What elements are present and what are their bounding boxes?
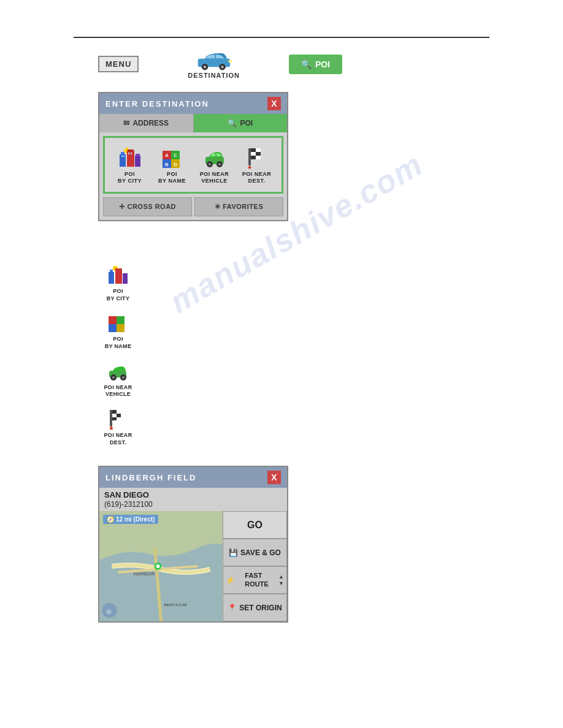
svg-point-68 (156, 564, 160, 568)
svg-rect-40 (256, 156, 261, 159)
lindbergh-field-panel: LINDBERGH FIELD X SAN DIEGO (619)-231210… (98, 466, 288, 623)
fast-route-arrows: ▲ ▼ (278, 574, 284, 586)
car-icon (196, 49, 232, 70)
svg-rect-62 (117, 417, 121, 420)
save-icon: 💾 (229, 548, 238, 557)
svg-point-33 (218, 163, 221, 165)
poi-list-by-name-icon (106, 311, 131, 335)
map-distance-badge: 🧭 12 mi (Direct) (103, 515, 158, 524)
svg-rect-39 (251, 156, 256, 159)
origin-icon: 📍 (228, 604, 237, 612)
svg-rect-43 (110, 270, 113, 272)
svg-rect-45 (115, 268, 122, 284)
svg-rect-35 (251, 148, 256, 152)
panel-bottom-buttons: ✛ CROSS ROAD ✳ FAVORITES (103, 197, 283, 216)
poi-list-near-vehicle-icon (106, 360, 131, 383)
poi-near-dest-item[interactable]: ★ POI NEARDEST. (237, 143, 277, 187)
search-icon-tab: 🔍 (228, 119, 237, 127)
poi-near-vehicle-icon (202, 145, 227, 170)
destination-label: DESTINATION (188, 72, 240, 79)
svg-rect-57 (112, 410, 117, 414)
svg-text:★: ★ (247, 164, 252, 169)
svg-point-55 (122, 376, 124, 379)
svg-rect-18 (123, 156, 124, 157)
poi-list-near-vehicle[interactable]: POI NEARVEHICLE (98, 360, 138, 398)
svg-rect-20 (131, 153, 132, 154)
enter-destination-panel: ENTER DESTINATION X ✉ ADDRESS 🔍 POI (98, 92, 288, 221)
poi-list-near-vehicle-label: POI NEARVEHICLE (104, 384, 132, 398)
svg-point-2 (203, 66, 206, 69)
compass-icon: 🧭 (107, 516, 114, 523)
tab-address[interactable]: ✉ ADDRESS (99, 114, 194, 132)
lindbergh-title-bar: LINDBERGH FIELD X (99, 467, 287, 488)
poi-list-by-city[interactable]: POIBY CITY (98, 264, 138, 302)
poi-by-name-item[interactable]: A B C D POIBY NAME (152, 143, 192, 187)
svg-rect-42 (109, 272, 114, 284)
svg-text:A: A (165, 153, 169, 158)
svg-rect-7 (121, 152, 124, 154)
svg-point-53 (112, 376, 115, 379)
star-icon: ✳ (215, 203, 221, 211)
poi-near-dest-label: POI NEARDEST. (242, 171, 272, 184)
envelope-icon: ✉ (123, 119, 129, 127)
svg-rect-48 (109, 324, 117, 332)
poi-list-by-name[interactable]: POIBY NAME (98, 311, 138, 350)
tab-poi[interactable]: 🔍 POI (194, 114, 288, 132)
svg-rect-47 (109, 316, 117, 324)
poi-list-section: POIBY CITY POIBY NAME POI NEARVEHI (98, 264, 138, 447)
svg-text:D: D (174, 162, 177, 167)
svg-text:C: C (174, 153, 177, 158)
top-nav: MENU DESTINATION 🔍 POI (98, 49, 342, 79)
go-button[interactable]: GO (223, 511, 287, 539)
poi-by-name-label: POIBY NAME (158, 171, 186, 184)
lindbergh-close-button[interactable]: X (267, 471, 281, 484)
poi-by-city-label: POIBY CITY (118, 171, 142, 184)
svg-rect-19 (128, 153, 129, 154)
svg-point-31 (209, 163, 211, 165)
poi-near-dest-icon: ★ (245, 145, 269, 170)
set-origin-button[interactable]: 📍 SET ORIGIN (223, 594, 287, 621)
menu-button[interactable]: MENU (98, 56, 139, 72)
svg-rect-15 (135, 156, 140, 167)
svg-rect-37 (251, 152, 256, 156)
svg-rect-34 (248, 148, 251, 165)
svg-rect-46 (123, 273, 128, 284)
fast-route-button[interactable]: ⚡ FASTROUTE ▲ ▼ (223, 566, 287, 594)
map-svg: HARBOR RENT-A-CAR ◎ (99, 511, 223, 621)
cross-road-button[interactable]: ✛ CROSS ROAD (103, 197, 192, 216)
poi-by-city-item[interactable]: POIBY CITY (110, 143, 150, 187)
poi-list-near-dest[interactable]: ★ POI NEARDEST. (98, 408, 138, 446)
poi-list-by-name-label: POIBY NAME (105, 336, 131, 350)
svg-point-4 (221, 66, 224, 69)
destination-icon-container: DESTINATION (188, 49, 240, 79)
search-icon: 🔍 (301, 59, 312, 69)
svg-rect-59 (112, 414, 117, 417)
svg-text:HARBOR: HARBOR (134, 571, 155, 577)
panel-title-bar: ENTER DESTINATION X (99, 93, 287, 114)
fast-route-text: FASTROUTE (245, 572, 269, 588)
svg-text:RENT-A-CAR: RENT-A-CAR (164, 603, 188, 607)
lindbergh-city: SAN DIEGO (99, 488, 287, 499)
favorites-button[interactable]: ✳ FAVORITES (194, 197, 283, 216)
svg-rect-17 (121, 156, 123, 157)
crossroad-icon: ✛ (119, 203, 125, 211)
svg-rect-56 (110, 410, 112, 427)
svg-rect-16 (136, 154, 140, 156)
svg-point-5 (228, 60, 232, 63)
poi-list-near-dest-label: POI NEARDEST. (104, 432, 132, 446)
lindbergh-map[interactable]: 🧭 12 mi (Direct) HARBOR RENT-A-CAR (99, 511, 223, 621)
top-divider (74, 37, 489, 38)
svg-text:B: B (165, 162, 169, 167)
svg-rect-38 (256, 152, 261, 156)
svg-rect-36 (256, 148, 261, 152)
panel-title: ENTER DESTINATION (105, 99, 209, 108)
svg-rect-58 (117, 410, 121, 414)
poi-top-button[interactable]: 🔍 POI (289, 55, 342, 74)
poi-near-vehicle-item[interactable]: POI NEARVEHICLE (194, 143, 234, 187)
poi-grid: POIBY CITY A B C D POIBY NAME (103, 136, 283, 194)
panel-close-button[interactable]: X (267, 97, 281, 110)
panel-tabs: ✉ ADDRESS 🔍 POI (99, 114, 287, 132)
svg-rect-60 (117, 414, 121, 417)
save-go-button[interactable]: 💾 SAVE & GO (223, 539, 287, 566)
svg-rect-14 (128, 150, 134, 151)
